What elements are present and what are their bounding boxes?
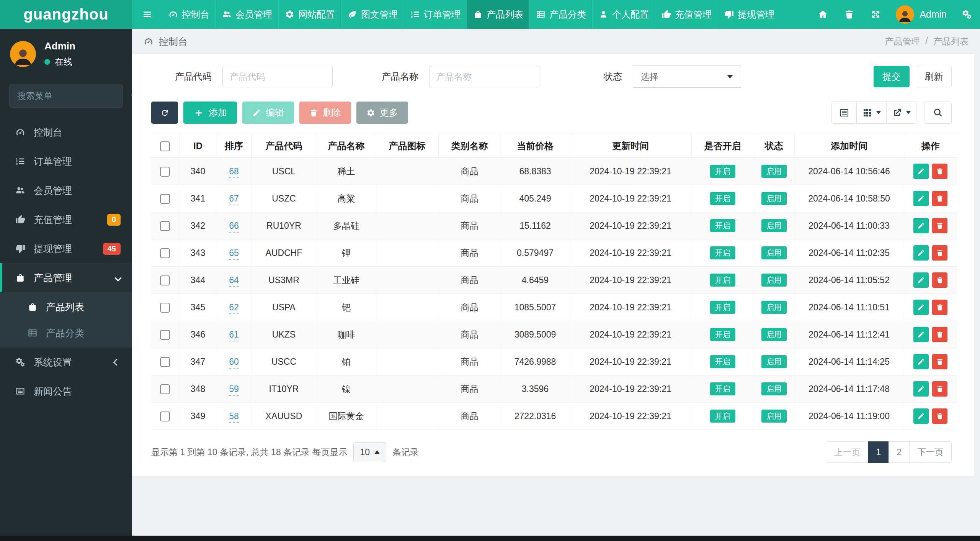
sort-link[interactable]: 67: [229, 193, 239, 205]
sidebar-subitem-product-list[interactable]: 产品列表: [0, 294, 132, 320]
sidebar-item-system[interactable]: 系统设置: [0, 348, 132, 377]
row-edit-button[interactable]: [913, 191, 929, 206]
row-edit-button[interactable]: [913, 164, 929, 179]
row-delete-button[interactable]: [932, 354, 947, 369]
enabled-badge[interactable]: 开启: [710, 192, 735, 205]
export-button[interactable]: [886, 102, 916, 124]
enabled-badge[interactable]: 开启: [710, 328, 735, 341]
page-button-2[interactable]: 2: [889, 441, 910, 463]
sidebar-subitem-product-category[interactable]: 产品分类: [0, 320, 132, 346]
sort-link[interactable]: 61: [229, 330, 239, 341]
enabled-badge[interactable]: 开启: [710, 355, 735, 368]
toggle-view-button[interactable]: [831, 102, 857, 124]
sort-link[interactable]: 58: [229, 411, 239, 423]
nav-item-recharge[interactable]: 充值管理: [655, 0, 718, 29]
col-header-status[interactable]: 状态: [754, 134, 794, 158]
row-checkbox[interactable]: [160, 248, 170, 258]
row-delete-button[interactable]: [932, 381, 947, 397]
row-checkbox[interactable]: [160, 357, 170, 367]
table-search-button[interactable]: [924, 102, 952, 124]
enabled-badge[interactable]: 开启: [710, 219, 735, 232]
fullscreen-button[interactable]: [862, 0, 889, 29]
row-checkbox[interactable]: [160, 411, 170, 421]
col-header-id[interactable]: ID: [179, 134, 217, 158]
settings-button[interactable]: [954, 0, 980, 29]
nav-item-members[interactable]: 会员管理: [216, 0, 278, 29]
more-button[interactable]: 更多: [356, 102, 408, 124]
row-delete-button[interactable]: [932, 218, 947, 233]
breadcrumb[interactable]: 控制台: [144, 35, 188, 48]
row-delete-button[interactable]: [932, 300, 947, 315]
row-checkbox[interactable]: [160, 330, 170, 340]
prev-page-button[interactable]: 上一页: [826, 441, 868, 463]
sidebar-item-orders[interactable]: 订单管理: [0, 147, 132, 176]
nav-item-content[interactable]: 图文管理: [341, 0, 404, 29]
enabled-badge[interactable]: 开启: [710, 410, 735, 423]
sidebar-item-withdraw[interactable]: 提现管理45: [0, 234, 132, 263]
product-name-input[interactable]: [429, 66, 539, 87]
col-header-code[interactable]: 产品代码: [251, 134, 317, 158]
col-header-updated[interactable]: 更新时间: [570, 134, 691, 158]
sidebar-toggle-button[interactable]: [132, 0, 162, 29]
sidebar-item-news[interactable]: 新闻公告: [0, 377, 132, 406]
sort-link[interactable]: 65: [229, 248, 239, 260]
row-edit-button[interactable]: [913, 327, 929, 342]
col-header-icon[interactable]: 产品图标: [376, 134, 438, 158]
col-header-category[interactable]: 类别名称: [438, 134, 501, 158]
breadcrumb-current[interactable]: 产品列表: [933, 36, 969, 48]
row-checkbox[interactable]: [160, 194, 170, 204]
page-button-1[interactable]: 1: [868, 441, 889, 463]
clear-cache-button[interactable]: [836, 0, 862, 29]
add-button[interactable]: ＋ 添加: [183, 102, 237, 124]
refresh-button[interactable]: 刷新: [916, 66, 952, 87]
row-edit-button[interactable]: [913, 300, 929, 315]
sidebar-item-members[interactable]: 会员管理: [0, 176, 132, 205]
menu-search-input[interactable]: [17, 91, 131, 101]
nav-item-profile[interactable]: 个人配置: [592, 0, 655, 29]
status-select[interactable]: 选择: [633, 66, 741, 88]
col-header-price[interactable]: 当前价格: [501, 134, 570, 158]
row-delete-button[interactable]: [932, 408, 947, 424]
nav-item-withdraw[interactable]: 提现管理: [718, 0, 781, 29]
row-edit-button[interactable]: [913, 354, 929, 369]
user-menu[interactable]: Admin: [889, 5, 954, 24]
nav-item-dashboard[interactable]: 控制台: [162, 0, 216, 29]
row-edit-button[interactable]: [913, 381, 929, 397]
breadcrumb-parent[interactable]: 产品管理: [885, 36, 920, 48]
columns-button[interactable]: [856, 102, 887, 124]
delete-button[interactable]: 删除: [299, 102, 351, 124]
row-checkbox[interactable]: [160, 221, 170, 231]
sidebar-item-recharge[interactable]: 充值管理0: [0, 205, 132, 234]
nav-item-product-list[interactable]: 产品列表: [467, 0, 529, 29]
col-header-sort[interactable]: 排序: [217, 134, 251, 158]
submit-button[interactable]: 提交: [874, 66, 910, 87]
select-all-checkbox[interactable]: [160, 141, 170, 151]
row-delete-button[interactable]: [932, 191, 947, 206]
row-delete-button[interactable]: [932, 164, 947, 179]
row-delete-button[interactable]: [932, 245, 947, 261]
col-header-name[interactable]: 产品名称: [317, 134, 376, 158]
enabled-badge[interactable]: 开启: [710, 246, 735, 259]
enabled-badge[interactable]: 开启: [710, 301, 735, 314]
row-checkbox[interactable]: [160, 384, 170, 394]
enabled-badge[interactable]: 开启: [710, 382, 735, 395]
nav-item-product-category[interactable]: 产品分类: [529, 0, 592, 29]
sort-link[interactable]: 68: [229, 166, 239, 178]
sort-link[interactable]: 60: [229, 357, 239, 369]
home-button[interactable]: [810, 0, 836, 29]
sort-link[interactable]: 62: [229, 302, 239, 314]
col-header-enabled[interactable]: 是否开启: [691, 134, 754, 158]
row-delete-button[interactable]: [932, 272, 947, 288]
refresh-table-button[interactable]: [151, 102, 178, 124]
row-checkbox[interactable]: [160, 303, 170, 313]
sort-link[interactable]: 64: [229, 275, 239, 287]
sort-link[interactable]: 59: [229, 384, 239, 396]
sidebar-item-products[interactable]: 产品管理: [0, 263, 132, 292]
page-size-select[interactable]: 10: [353, 442, 386, 462]
row-edit-button[interactable]: [913, 218, 929, 233]
app-logo[interactable]: guangzhou: [0, 0, 132, 29]
row-checkbox[interactable]: [160, 275, 170, 285]
sidebar-item-dashboard[interactable]: 控制台: [0, 118, 132, 147]
next-page-button[interactable]: 下一页: [909, 441, 952, 463]
product-code-input[interactable]: [222, 66, 333, 87]
